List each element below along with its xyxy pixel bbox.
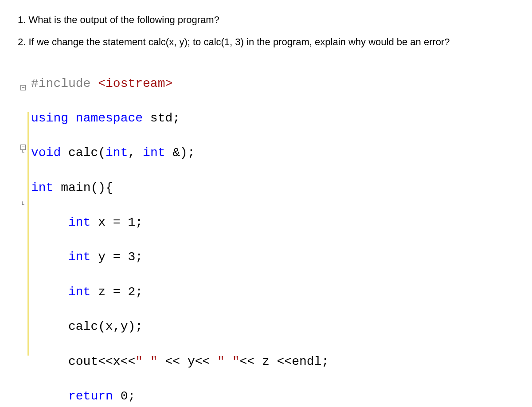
fold-icon[interactable] bbox=[20, 85, 26, 90]
gutter: └ └ bbox=[18, 57, 30, 407]
code-line: calc(x,y); bbox=[31, 318, 514, 335]
code-line: int main(){ bbox=[31, 179, 514, 196]
code-body: #include <iostream> using namespace std;… bbox=[30, 57, 514, 407]
code-line: int z = 2; bbox=[31, 283, 514, 301]
code-line: #include <iostream> bbox=[31, 75, 514, 92]
code-line: int y = 3; bbox=[31, 248, 514, 266]
question-1: 1. What is the output of the following p… bbox=[18, 13, 514, 27]
fold-icon[interactable] bbox=[20, 145, 26, 150]
code-line: cout<<x<<" " << y<< " "<< z <<endl; bbox=[31, 353, 514, 370]
question-2: 2. If we change the statement calc(x, y)… bbox=[18, 35, 514, 49]
code-line: return 0; bbox=[31, 387, 514, 405]
fold-end-icon: └ bbox=[20, 201, 26, 206]
code-line: using namespace std; bbox=[31, 110, 514, 127]
code-editor: └ └ #include <iostream> using namespace … bbox=[18, 57, 514, 407]
change-bar bbox=[27, 112, 29, 251]
code-line: int x = 1; bbox=[31, 214, 514, 231]
change-bar bbox=[27, 251, 29, 356]
code-line: void calc(int, int &); bbox=[31, 144, 514, 161]
